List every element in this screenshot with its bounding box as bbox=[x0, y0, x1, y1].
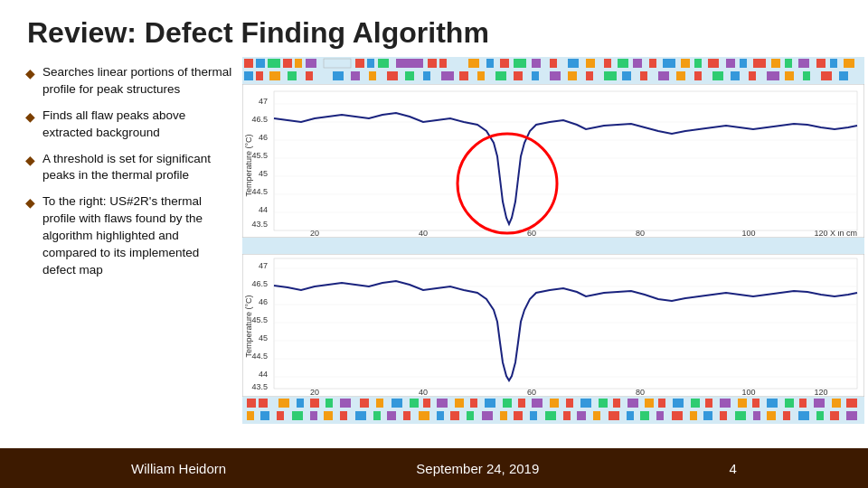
slide-content: ◆ Searches linear portions of thermal pr… bbox=[0, 57, 868, 448]
svg-rect-12 bbox=[428, 59, 437, 68]
svg-rect-155 bbox=[720, 399, 731, 408]
svg-rect-58 bbox=[586, 71, 593, 80]
svg-text:46: 46 bbox=[259, 297, 268, 306]
svg-rect-140 bbox=[485, 399, 495, 408]
bullet-text-1: Searches linear portions of thermal prof… bbox=[42, 64, 233, 99]
svg-text:Temperature (°C): Temperature (°C) bbox=[244, 295, 253, 357]
svg-text:45.5: 45.5 bbox=[251, 151, 268, 160]
svg-rect-51 bbox=[459, 71, 468, 80]
svg-text:46.5: 46.5 bbox=[251, 279, 268, 288]
svg-rect-37 bbox=[830, 59, 837, 68]
svg-rect-61 bbox=[640, 71, 647, 80]
svg-rect-196 bbox=[753, 411, 760, 420]
svg-rect-24 bbox=[633, 59, 642, 68]
svg-rect-179 bbox=[482, 411, 493, 420]
svg-rect-128 bbox=[297, 399, 304, 408]
svg-text:45: 45 bbox=[259, 333, 268, 343]
svg-rect-46 bbox=[369, 71, 376, 80]
svg-text:45: 45 bbox=[259, 169, 268, 178]
svg-rect-22 bbox=[604, 59, 611, 68]
svg-rect-129 bbox=[310, 399, 319, 408]
bullet-item-3: ◆ A threshold is set for significant pea… bbox=[25, 151, 233, 185]
svg-rect-167 bbox=[292, 411, 303, 420]
svg-rect-57 bbox=[568, 71, 577, 80]
bullet-diamond-4: ◆ bbox=[25, 195, 35, 211]
svg-rect-6 bbox=[306, 59, 316, 68]
svg-rect-52 bbox=[477, 71, 485, 80]
svg-rect-127 bbox=[278, 399, 289, 408]
svg-rect-68 bbox=[767, 71, 779, 80]
svg-rect-16 bbox=[500, 59, 509, 68]
svg-rect-183 bbox=[545, 411, 556, 420]
svg-text:47: 47 bbox=[259, 261, 268, 270]
bullet-text-4: To the right: US#2R's thermal profile wi… bbox=[42, 193, 233, 278]
svg-rect-35 bbox=[798, 59, 809, 68]
svg-rect-13 bbox=[439, 59, 447, 68]
svg-rect-138 bbox=[455, 399, 464, 408]
svg-rect-148 bbox=[613, 399, 620, 408]
svg-rect-188 bbox=[627, 411, 634, 420]
svg-rect-31 bbox=[740, 59, 747, 68]
svg-text:45.5: 45.5 bbox=[251, 315, 268, 324]
svg-text:80: 80 bbox=[636, 388, 645, 397]
svg-rect-21 bbox=[586, 59, 595, 68]
svg-rect-55 bbox=[532, 71, 539, 80]
svg-rect-64 bbox=[694, 71, 702, 80]
svg-rect-49 bbox=[423, 71, 430, 80]
svg-rect-66 bbox=[731, 71, 740, 80]
svg-rect-151 bbox=[658, 399, 665, 408]
svg-text:46: 46 bbox=[259, 133, 268, 142]
svg-rect-69 bbox=[785, 71, 794, 80]
svg-text:Temperature (°C): Temperature (°C) bbox=[244, 134, 253, 196]
bottom-defect-strip bbox=[242, 397, 864, 424]
svg-rect-135 bbox=[410, 399, 419, 408]
svg-rect-125 bbox=[247, 399, 256, 408]
svg-rect-72 bbox=[839, 71, 848, 80]
svg-rect-56 bbox=[550, 71, 561, 80]
svg-rect-193 bbox=[703, 411, 712, 420]
slide-footer: William Heidorn September 24, 2019 4 bbox=[0, 448, 868, 488]
svg-rect-126 bbox=[259, 399, 268, 408]
svg-rect-152 bbox=[673, 399, 684, 408]
svg-rect-201 bbox=[830, 411, 839, 420]
svg-rect-178 bbox=[467, 411, 474, 420]
svg-rect-133 bbox=[376, 399, 383, 408]
svg-rect-189 bbox=[640, 411, 649, 420]
svg-rect-202 bbox=[846, 411, 857, 420]
svg-rect-174 bbox=[403, 411, 410, 420]
svg-rect-60 bbox=[622, 71, 631, 80]
svg-rect-185 bbox=[577, 411, 586, 420]
svg-rect-199 bbox=[798, 411, 809, 420]
svg-rect-198 bbox=[783, 411, 790, 420]
svg-rect-2 bbox=[256, 59, 265, 68]
svg-rect-182 bbox=[530, 411, 537, 420]
svg-rect-165 bbox=[260, 411, 269, 420]
svg-rect-41 bbox=[269, 71, 280, 80]
top-thermal-chart: 47 46.5 46 45.5 45 44.5 44 43.5 Temperat… bbox=[242, 84, 864, 238]
svg-rect-45 bbox=[351, 71, 360, 80]
bullet-diamond-1: ◆ bbox=[25, 66, 35, 81]
svg-rect-63 bbox=[676, 71, 685, 80]
svg-rect-38 bbox=[844, 59, 854, 68]
svg-rect-28 bbox=[694, 59, 702, 68]
svg-text:44: 44 bbox=[259, 370, 268, 379]
svg-rect-132 bbox=[360, 399, 369, 408]
svg-rect-144 bbox=[550, 399, 559, 408]
svg-rect-156 bbox=[738, 399, 747, 408]
svg-text:43.5: 43.5 bbox=[251, 382, 268, 391]
bullet-item-4: ◆ To the right: US#2R's thermal profile … bbox=[25, 193, 233, 278]
middle-strip bbox=[242, 238, 864, 254]
svg-rect-147 bbox=[599, 399, 608, 408]
svg-text:43.5: 43.5 bbox=[251, 220, 268, 229]
svg-rect-90 bbox=[274, 91, 857, 230]
svg-rect-136 bbox=[423, 399, 430, 408]
svg-rect-99 bbox=[242, 238, 864, 254]
svg-rect-32 bbox=[753, 59, 766, 68]
svg-rect-168 bbox=[310, 411, 317, 420]
svg-rect-134 bbox=[392, 399, 402, 408]
svg-rect-153 bbox=[691, 399, 700, 408]
svg-rect-62 bbox=[658, 71, 669, 80]
svg-rect-164 bbox=[247, 411, 254, 420]
svg-rect-195 bbox=[735, 411, 746, 420]
svg-rect-130 bbox=[326, 399, 333, 408]
